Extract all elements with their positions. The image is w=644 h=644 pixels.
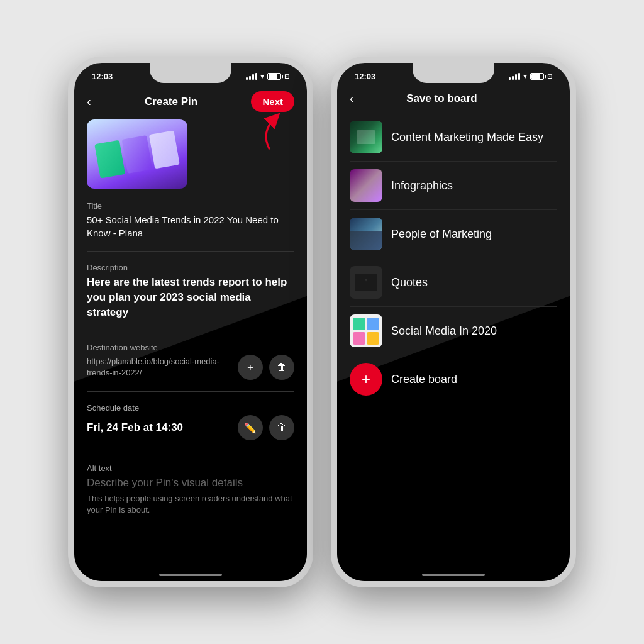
nav-bar-2: ‹ Save to board	[337, 86, 570, 113]
board-thumb-content-marketing	[350, 121, 382, 153]
screen-title: Create Pin	[145, 96, 197, 108]
delete-destination-button[interactable]: 🗑	[269, 355, 294, 380]
board-name-infographics: Infographics	[391, 179, 453, 192]
create-board-label: Create board	[391, 373, 457, 386]
home-indicator-2	[422, 574, 485, 576]
description-label: Description	[87, 263, 294, 272]
phone-save-board: 12:03 ▾ ⊡ ‹ Save to board	[331, 57, 576, 587]
status-bar-2: 12:03 ▾ ⊡	[337, 63, 570, 86]
screen-title-2: Save to board	[406, 92, 477, 105]
board-name-content-marketing: Content Marketing Made Easy	[391, 131, 543, 144]
board-thumb-social-media	[350, 314, 382, 347]
title-label: Title	[87, 201, 294, 211]
alt-helper: This helps people using screen readers u…	[87, 493, 294, 516]
back-button-2[interactable]: ‹	[350, 91, 354, 106]
status-icons-2: ▾ ⊡	[509, 72, 552, 80]
title-value[interactable]: 50+ Social Media Trends in 2022 You Need…	[87, 213, 294, 240]
screen-content-2: ‹ Save to board Content Marketing Made E…	[337, 86, 570, 403]
thumbnail-cards	[94, 130, 180, 178]
divider-1	[87, 251, 294, 252]
thumbnail-image	[87, 119, 187, 189]
signal-icon	[246, 73, 257, 80]
battery-icon	[267, 73, 281, 80]
schedule-section: Schedule date Fri, 24 Feb at 14:30 ✏️ 🗑	[87, 403, 294, 440]
divider-2	[87, 331, 294, 331]
board-item-create[interactable]: + Create board	[350, 355, 557, 403]
board-thumb-quotes: "	[350, 266, 382, 299]
destination-value[interactable]: https://planable.io/blog/social-media-tr…	[87, 356, 231, 379]
arrow-annotation	[250, 110, 288, 157]
status-icons: ▾ ⊡	[246, 72, 289, 80]
card-3	[149, 130, 180, 169]
destination-label: Destination website	[87, 343, 294, 352]
phone-create-pin: 12:03 ▾ ⊡ ‹ Create Pin Next	[68, 57, 313, 587]
lock-icon: ⊡	[284, 73, 289, 80]
create-board-icon: +	[350, 363, 382, 396]
alt-text-section: Alt text Describe your Pin's visual deta…	[87, 464, 294, 516]
time-display: 12:03	[92, 72, 113, 81]
edit-schedule-button[interactable]: ✏️	[238, 415, 263, 440]
card-2	[122, 135, 153, 173]
lock-icon-2: ⊡	[547, 73, 552, 80]
board-item-infographics[interactable]: Infographics	[350, 162, 557, 210]
title-section: Title 50+ Social Media Trends in 2022 Yo…	[87, 201, 294, 240]
create-pin-form: Title 50+ Social Media Trends in 2022 Yo…	[74, 119, 307, 528]
board-name-people-marketing: People of Marketing	[391, 228, 492, 241]
board-thumb-infographics	[350, 169, 382, 202]
board-list: Content Marketing Made Easy Infographics	[337, 113, 570, 403]
schedule-label: Schedule date	[87, 403, 294, 413]
battery-fill	[269, 74, 277, 79]
signal-icon-2	[509, 73, 520, 80]
add-destination-button[interactable]: ＋	[238, 355, 263, 380]
pin-thumbnail	[87, 119, 187, 189]
schedule-value[interactable]: Fri, 24 Feb at 14:30	[87, 420, 231, 435]
back-button[interactable]: ‹	[87, 94, 91, 109]
description-section: Description Here are the latest trends r…	[87, 263, 294, 319]
board-item-social-media[interactable]: Social Media In 2020	[350, 307, 557, 355]
card-1	[94, 140, 125, 178]
alt-placeholder[interactable]: Describe your Pin's visual details	[87, 475, 294, 491]
destination-row: https://planable.io/blog/social-media-tr…	[87, 355, 294, 380]
next-button[interactable]: Next	[251, 91, 294, 112]
divider-3	[87, 391, 294, 392]
board-item-content-marketing[interactable]: Content Marketing Made Easy	[350, 113, 557, 162]
home-indicator	[159, 574, 222, 576]
board-name-quotes: Quotes	[391, 276, 428, 289]
description-value[interactable]: Here are the latest trends report to hel…	[87, 275, 294, 319]
board-name-social-media: Social Media In 2020	[391, 325, 497, 338]
time-display-2: 12:03	[355, 72, 375, 81]
destination-section: Destination website https://planable.io/…	[87, 343, 294, 380]
board-item-people-marketing[interactable]: People of Marketing	[350, 210, 557, 258]
board-item-quotes[interactable]: " Quotes	[350, 258, 557, 307]
wifi-icon: ▾	[260, 72, 264, 80]
scene: 12:03 ▾ ⊡ ‹ Create Pin Next	[0, 0, 644, 644]
board-thumb-people-marketing	[350, 218, 382, 250]
delete-schedule-button[interactable]: 🗑	[269, 415, 294, 440]
schedule-row: Fri, 24 Feb at 14:30 ✏️ 🗑	[87, 415, 294, 440]
battery-fill-2	[531, 74, 540, 79]
alt-label: Alt text	[87, 464, 294, 473]
board-list-container: Content Marketing Made Easy Infographics	[337, 113, 570, 403]
status-bar: 12:03 ▾ ⊡	[74, 63, 307, 86]
battery-icon-2	[530, 73, 544, 80]
divider-4	[87, 452, 294, 452]
wifi-icon-2: ▾	[523, 72, 527, 80]
